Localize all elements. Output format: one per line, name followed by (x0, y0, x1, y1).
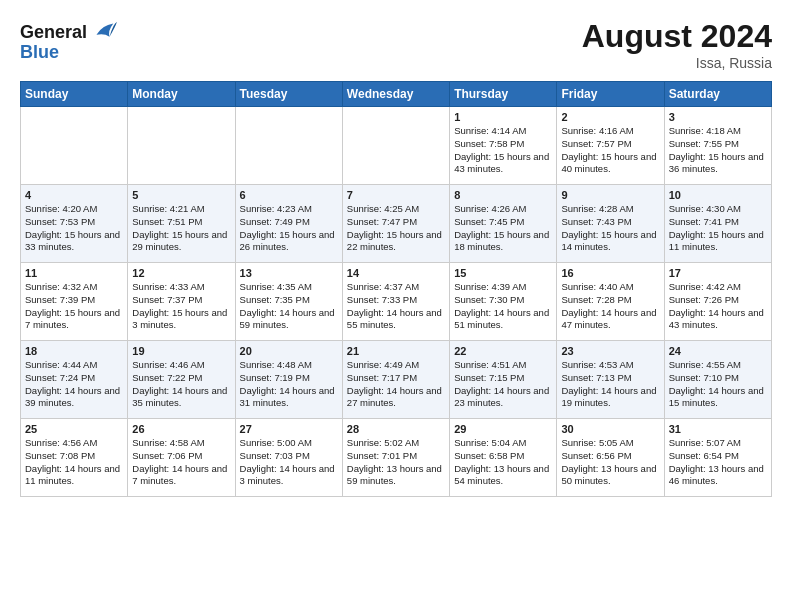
cell-info: Sunrise: 4:32 AM Sunset: 7:39 PM Dayligh… (25, 281, 123, 332)
day-number: 13 (240, 267, 338, 279)
day-number: 8 (454, 189, 552, 201)
location-subtitle: Issa, Russia (582, 55, 772, 71)
logo: General Blue (20, 18, 117, 63)
day-number: 31 (669, 423, 767, 435)
cell-info: Sunrise: 4:44 AM Sunset: 7:24 PM Dayligh… (25, 359, 123, 410)
table-row: 3Sunrise: 4:18 AM Sunset: 7:55 PM Daylig… (664, 107, 771, 185)
cell-info: Sunrise: 4:35 AM Sunset: 7:35 PM Dayligh… (240, 281, 338, 332)
day-number: 7 (347, 189, 445, 201)
cell-info: Sunrise: 4:56 AM Sunset: 7:08 PM Dayligh… (25, 437, 123, 488)
calendar-header-row: Sunday Monday Tuesday Wednesday Thursday… (21, 82, 772, 107)
table-row (21, 107, 128, 185)
day-number: 14 (347, 267, 445, 279)
day-number: 19 (132, 345, 230, 357)
page-header: General Blue August 2024 Issa, Russia (20, 18, 772, 71)
day-number: 3 (669, 111, 767, 123)
day-number: 5 (132, 189, 230, 201)
day-number: 20 (240, 345, 338, 357)
cell-info: Sunrise: 4:40 AM Sunset: 7:28 PM Dayligh… (561, 281, 659, 332)
cell-info: Sunrise: 5:00 AM Sunset: 7:03 PM Dayligh… (240, 437, 338, 488)
calendar-week-row: 18Sunrise: 4:44 AM Sunset: 7:24 PM Dayli… (21, 341, 772, 419)
table-row: 23Sunrise: 4:53 AM Sunset: 7:13 PM Dayli… (557, 341, 664, 419)
table-row: 13Sunrise: 4:35 AM Sunset: 7:35 PM Dayli… (235, 263, 342, 341)
day-number: 17 (669, 267, 767, 279)
table-row: 18Sunrise: 4:44 AM Sunset: 7:24 PM Dayli… (21, 341, 128, 419)
table-row: 17Sunrise: 4:42 AM Sunset: 7:26 PM Dayli… (664, 263, 771, 341)
table-row: 30Sunrise: 5:05 AM Sunset: 6:56 PM Dayli… (557, 419, 664, 497)
cell-info: Sunrise: 5:07 AM Sunset: 6:54 PM Dayligh… (669, 437, 767, 488)
table-row: 12Sunrise: 4:33 AM Sunset: 7:37 PM Dayli… (128, 263, 235, 341)
cell-info: Sunrise: 4:53 AM Sunset: 7:13 PM Dayligh… (561, 359, 659, 410)
cell-info: Sunrise: 4:21 AM Sunset: 7:51 PM Dayligh… (132, 203, 230, 254)
cell-info: Sunrise: 4:20 AM Sunset: 7:53 PM Dayligh… (25, 203, 123, 254)
day-number: 21 (347, 345, 445, 357)
table-row: 26Sunrise: 4:58 AM Sunset: 7:06 PM Dayli… (128, 419, 235, 497)
calendar-week-row: 11Sunrise: 4:32 AM Sunset: 7:39 PM Dayli… (21, 263, 772, 341)
day-number: 23 (561, 345, 659, 357)
table-row: 31Sunrise: 5:07 AM Sunset: 6:54 PM Dayli… (664, 419, 771, 497)
table-row: 29Sunrise: 5:04 AM Sunset: 6:58 PM Dayli… (450, 419, 557, 497)
cell-info: Sunrise: 4:48 AM Sunset: 7:19 PM Dayligh… (240, 359, 338, 410)
table-row: 27Sunrise: 5:00 AM Sunset: 7:03 PM Dayli… (235, 419, 342, 497)
col-sunday: Sunday (21, 82, 128, 107)
table-row: 16Sunrise: 4:40 AM Sunset: 7:28 PM Dayli… (557, 263, 664, 341)
table-row: 4Sunrise: 4:20 AM Sunset: 7:53 PM Daylig… (21, 185, 128, 263)
cell-info: Sunrise: 4:23 AM Sunset: 7:49 PM Dayligh… (240, 203, 338, 254)
cell-info: Sunrise: 5:05 AM Sunset: 6:56 PM Dayligh… (561, 437, 659, 488)
day-number: 25 (25, 423, 123, 435)
table-row (235, 107, 342, 185)
table-row: 24Sunrise: 4:55 AM Sunset: 7:10 PM Dayli… (664, 341, 771, 419)
table-row: 5Sunrise: 4:21 AM Sunset: 7:51 PM Daylig… (128, 185, 235, 263)
day-number: 12 (132, 267, 230, 279)
calendar-week-row: 1Sunrise: 4:14 AM Sunset: 7:58 PM Daylig… (21, 107, 772, 185)
day-number: 28 (347, 423, 445, 435)
calendar-week-row: 4Sunrise: 4:20 AM Sunset: 7:53 PM Daylig… (21, 185, 772, 263)
table-row: 1Sunrise: 4:14 AM Sunset: 7:58 PM Daylig… (450, 107, 557, 185)
cell-info: Sunrise: 4:49 AM Sunset: 7:17 PM Dayligh… (347, 359, 445, 410)
table-row: 2Sunrise: 4:16 AM Sunset: 7:57 PM Daylig… (557, 107, 664, 185)
cell-info: Sunrise: 4:46 AM Sunset: 7:22 PM Dayligh… (132, 359, 230, 410)
day-number: 26 (132, 423, 230, 435)
col-thursday: Thursday (450, 82, 557, 107)
logo-general: General (20, 22, 87, 43)
table-row: 6Sunrise: 4:23 AM Sunset: 7:49 PM Daylig… (235, 185, 342, 263)
cell-info: Sunrise: 4:33 AM Sunset: 7:37 PM Dayligh… (132, 281, 230, 332)
cell-info: Sunrise: 4:26 AM Sunset: 7:45 PM Dayligh… (454, 203, 552, 254)
day-number: 2 (561, 111, 659, 123)
day-number: 10 (669, 189, 767, 201)
day-number: 9 (561, 189, 659, 201)
day-number: 30 (561, 423, 659, 435)
table-row: 14Sunrise: 4:37 AM Sunset: 7:33 PM Dayli… (342, 263, 449, 341)
day-number: 27 (240, 423, 338, 435)
table-row (128, 107, 235, 185)
calendar-table: Sunday Monday Tuesday Wednesday Thursday… (20, 81, 772, 497)
table-row: 20Sunrise: 4:48 AM Sunset: 7:19 PM Dayli… (235, 341, 342, 419)
day-number: 24 (669, 345, 767, 357)
cell-info: Sunrise: 5:02 AM Sunset: 7:01 PM Dayligh… (347, 437, 445, 488)
col-monday: Monday (128, 82, 235, 107)
cell-info: Sunrise: 4:42 AM Sunset: 7:26 PM Dayligh… (669, 281, 767, 332)
day-number: 6 (240, 189, 338, 201)
day-number: 16 (561, 267, 659, 279)
cell-info: Sunrise: 4:14 AM Sunset: 7:58 PM Dayligh… (454, 125, 552, 176)
day-number: 18 (25, 345, 123, 357)
table-row: 10Sunrise: 4:30 AM Sunset: 7:41 PM Dayli… (664, 185, 771, 263)
cell-info: Sunrise: 5:04 AM Sunset: 6:58 PM Dayligh… (454, 437, 552, 488)
cell-info: Sunrise: 4:51 AM Sunset: 7:15 PM Dayligh… (454, 359, 552, 410)
table-row: 15Sunrise: 4:39 AM Sunset: 7:30 PM Dayli… (450, 263, 557, 341)
cell-info: Sunrise: 4:28 AM Sunset: 7:43 PM Dayligh… (561, 203, 659, 254)
cell-info: Sunrise: 4:58 AM Sunset: 7:06 PM Dayligh… (132, 437, 230, 488)
cell-info: Sunrise: 4:39 AM Sunset: 7:30 PM Dayligh… (454, 281, 552, 332)
cell-info: Sunrise: 4:30 AM Sunset: 7:41 PM Dayligh… (669, 203, 767, 254)
table-row: 7Sunrise: 4:25 AM Sunset: 7:47 PM Daylig… (342, 185, 449, 263)
cell-info: Sunrise: 4:37 AM Sunset: 7:33 PM Dayligh… (347, 281, 445, 332)
day-number: 11 (25, 267, 123, 279)
day-number: 4 (25, 189, 123, 201)
logo-bird-icon (89, 18, 117, 46)
cell-info: Sunrise: 4:55 AM Sunset: 7:10 PM Dayligh… (669, 359, 767, 410)
day-number: 1 (454, 111, 552, 123)
col-saturday: Saturday (664, 82, 771, 107)
day-number: 15 (454, 267, 552, 279)
col-friday: Friday (557, 82, 664, 107)
table-row: 25Sunrise: 4:56 AM Sunset: 7:08 PM Dayli… (21, 419, 128, 497)
